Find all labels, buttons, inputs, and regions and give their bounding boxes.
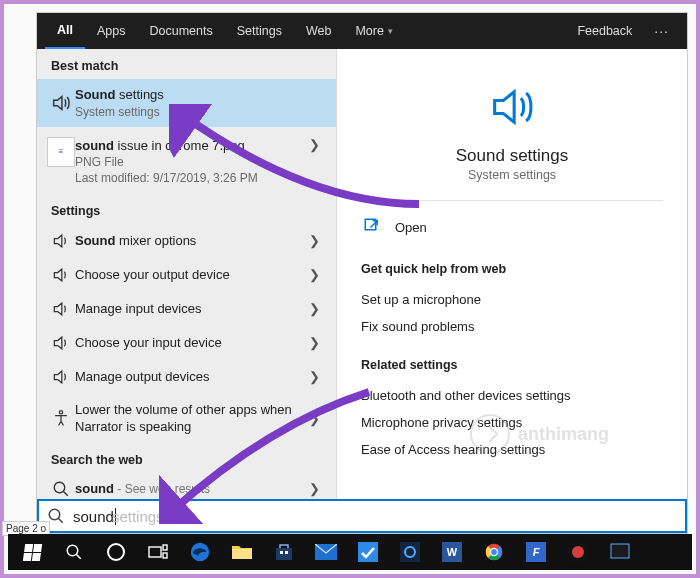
chevron-right-icon[interactable]: ❯ xyxy=(305,481,324,496)
svg-rect-12 xyxy=(285,551,288,554)
filter-tabs: All Apps Documents Settings Web More▾ Fe… xyxy=(37,13,687,49)
result-choose-output[interactable]: Choose your output device ❯ xyxy=(37,258,336,292)
search-icon xyxy=(47,480,75,498)
tab-apps[interactable]: Apps xyxy=(85,13,138,49)
search-button[interactable] xyxy=(54,536,94,568)
speaker-icon xyxy=(47,265,75,285)
section-best-match: Best match xyxy=(37,49,336,79)
svg-point-0 xyxy=(59,411,62,414)
related-bluetooth[interactable]: Bluetooth and other devices settings xyxy=(361,382,663,409)
preview-speaker-icon xyxy=(361,81,663,136)
result-manage-output[interactable]: Manage output devices ❯ xyxy=(37,360,336,394)
svg-rect-29 xyxy=(611,544,629,558)
more-menu[interactable]: ··· xyxy=(644,23,679,39)
tab-web[interactable]: Web xyxy=(294,13,343,49)
result-sound-mixer[interactable]: Sound mixer options ❯ xyxy=(37,224,336,258)
accessibility-icon xyxy=(47,408,75,428)
result-manage-input[interactable]: Manage input devices ❯ xyxy=(37,292,336,326)
quickhelp-fix-sound[interactable]: Fix sound problems xyxy=(361,313,663,340)
svg-rect-5 xyxy=(149,547,161,557)
speaker-icon xyxy=(47,92,75,114)
speaker-icon xyxy=(47,367,75,387)
svg-text:W: W xyxy=(447,546,458,558)
svg-point-3 xyxy=(49,509,60,520)
section-search-web: Search the web xyxy=(37,443,336,473)
app-icon[interactable] xyxy=(390,536,430,568)
open-icon xyxy=(363,217,381,238)
search-suggestion-ghost: settings xyxy=(112,508,164,525)
svg-rect-6 xyxy=(163,545,167,550)
search-bar[interactable]: soundsettings xyxy=(37,499,687,533)
tab-more[interactable]: More▾ xyxy=(343,13,404,49)
preview-title: Sound settings xyxy=(361,146,663,166)
quickhelp-mic[interactable]: Set up a microphone xyxy=(361,286,663,313)
speaker-icon xyxy=(47,333,75,353)
tab-settings[interactable]: Settings xyxy=(225,13,294,49)
chrome-icon[interactable] xyxy=(474,536,514,568)
result-sound-settings[interactable]: Sound settings System settings xyxy=(37,79,336,127)
quickhelp-label: Get quick help from web xyxy=(361,262,663,276)
tab-all[interactable]: All xyxy=(45,13,85,49)
chevron-right-icon[interactable]: ❯ xyxy=(305,233,324,248)
app-icon[interactable] xyxy=(348,536,388,568)
chevron-right-icon[interactable]: ❯ xyxy=(305,137,324,152)
chevron-right-icon[interactable]: ❯ xyxy=(305,411,324,426)
cortana-button[interactable] xyxy=(96,536,136,568)
chevron-right-icon[interactable]: ❯ xyxy=(305,369,324,384)
preview-subtitle: System settings xyxy=(361,168,663,182)
svg-rect-15 xyxy=(400,542,420,562)
svg-rect-14 xyxy=(358,542,378,562)
chevron-right-icon[interactable]: ❯ xyxy=(305,335,324,350)
word-icon[interactable]: W xyxy=(432,536,472,568)
chevron-right-icon[interactable]: ❯ xyxy=(305,301,324,316)
taskbar: W F xyxy=(8,534,692,570)
feedback-link[interactable]: Feedback xyxy=(565,24,644,38)
svg-rect-11 xyxy=(280,551,283,554)
app-icon[interactable] xyxy=(600,536,640,568)
result-file-png[interactable]: ≡ sound issue in chrome 7.png PNG File L… xyxy=(37,127,336,194)
related-ease-hearing[interactable]: Ease of Access hearing settings xyxy=(361,436,663,463)
result-web-sound[interactable]: sound - See web results ❯ xyxy=(37,473,336,499)
speaker-icon xyxy=(47,299,75,319)
tab-documents[interactable]: Documents xyxy=(137,13,224,49)
store-icon[interactable] xyxy=(264,536,304,568)
app-icon[interactable]: F xyxy=(516,536,556,568)
mail-icon[interactable] xyxy=(306,536,346,568)
svg-point-1 xyxy=(54,482,65,493)
preview-pane: Sound settings System settings Open Get … xyxy=(337,49,687,499)
result-choose-input[interactable]: Choose your input device ❯ xyxy=(37,326,336,360)
task-view-button[interactable] xyxy=(138,536,178,568)
file-explorer-icon[interactable] xyxy=(222,536,262,568)
related-mic-privacy[interactable]: Microphone privacy settings xyxy=(361,409,663,436)
search-results-panel: All Apps Documents Settings Web More▾ Fe… xyxy=(36,12,688,534)
result-narrator-volume[interactable]: Lower the volume of other apps when Narr… xyxy=(37,394,336,443)
results-list: Best match Sound settings System setting… xyxy=(37,49,337,499)
svg-rect-7 xyxy=(163,553,167,558)
search-typed-text: sound xyxy=(73,508,114,525)
app-icon[interactable] xyxy=(558,536,598,568)
open-action[interactable]: Open xyxy=(361,211,663,244)
speaker-icon xyxy=(47,231,75,251)
section-settings: Settings xyxy=(37,194,336,224)
svg-rect-10 xyxy=(276,548,292,560)
start-button[interactable] xyxy=(12,536,52,568)
svg-text:F: F xyxy=(533,546,540,558)
file-thumbnail-icon: ≡ xyxy=(47,137,75,167)
related-label: Related settings xyxy=(361,358,663,372)
svg-rect-9 xyxy=(232,549,252,559)
svg-point-28 xyxy=(572,546,584,558)
svg-point-4 xyxy=(67,545,78,556)
edge-icon[interactable] xyxy=(180,536,220,568)
svg-point-24 xyxy=(491,549,497,555)
chevron-right-icon[interactable]: ❯ xyxy=(305,267,324,282)
